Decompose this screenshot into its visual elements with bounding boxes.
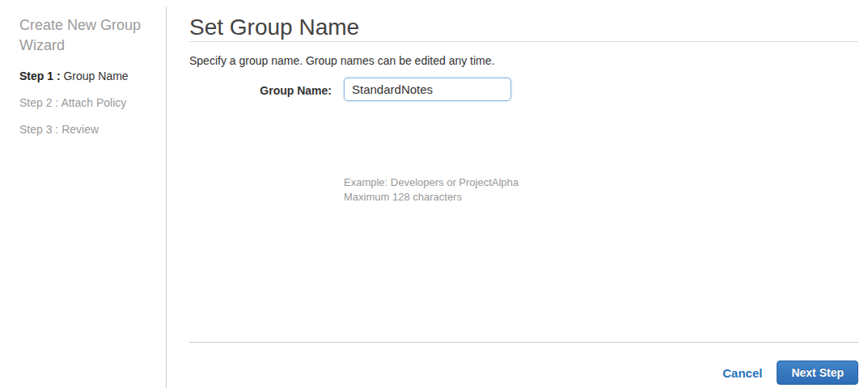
step-2-label: Attach Policy (58, 96, 126, 109)
sidebar-step-review[interactable]: Step 3 : Review (19, 124, 129, 135)
next-step-button[interactable]: Next Step (777, 361, 858, 385)
group-name-hint-example: Example: Developers or ProjectAlpha (344, 175, 519, 190)
page-description: Specify a group name. Group names can be… (189, 54, 494, 67)
sidebar-step-attach-policy[interactable]: Step 2 : Attach Policy (19, 97, 129, 108)
page-title: Set Group Name (189, 15, 359, 40)
step-1-prefix: Step 1 : (19, 70, 61, 82)
group-name-hint-max: Maximum 128 characters (344, 190, 462, 205)
step-3-prefix: Step 3 : (19, 123, 58, 136)
step-1-label: Group Name (61, 70, 129, 82)
footer-divider (189, 342, 858, 343)
sidebar-divider (166, 6, 167, 388)
footer-actions: Cancel Next Step (722, 361, 858, 385)
cancel-button[interactable]: Cancel (722, 366, 762, 380)
title-divider (189, 41, 858, 42)
step-2-prefix: Step 2 : (19, 96, 58, 109)
step-3-label: Review (58, 123, 99, 136)
main-panel: Set Group Name Specify a group name. Gro… (189, 0, 858, 388)
sidebar-step-group-name[interactable]: Step 1 : Group Name (19, 70, 129, 82)
wizard-steps: Step 1 : Group Name Step 2 : Attach Poli… (19, 70, 129, 150)
create-group-wizard-screen: Create New Group Wizard Step 1 : Group N… (0, 0, 868, 388)
group-name-label: Group Name: (189, 84, 332, 97)
wizard-title: Create New Group Wizard (19, 15, 149, 56)
wizard-sidebar: Create New Group Wizard Step 1 : Group N… (0, 0, 166, 388)
group-name-input[interactable] (344, 78, 511, 101)
